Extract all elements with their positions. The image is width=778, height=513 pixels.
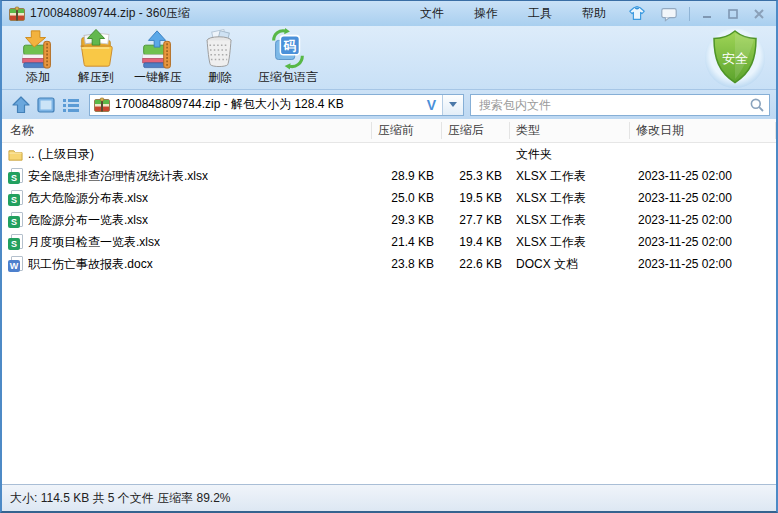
column-header-date[interactable]: 修改日期 [630,122,776,139]
file-date: 2023-11-25 02:00 [630,235,776,249]
toolbar: 添加 解压到 一键解压 [2,26,776,89]
column-header-type[interactable]: 类型 [510,122,630,139]
safety-shield-icon: 安全 [703,26,767,92]
archive-path-text: 1700848809744.zip - 解包大小为 128.4 KB [115,96,421,113]
size-after: 25.3 KB [442,169,510,183]
minimize-icon [700,7,714,21]
file-name: 职工伤亡事故报表.docx [28,256,153,273]
maximize-button[interactable] [720,5,746,23]
column-header-before[interactable]: 压缩前 [372,122,442,139]
xlsx-file-icon: S [8,212,23,228]
table-row[interactable]: S 月度项目检查一览表.xlsx 21.4 KB 19.4 KB XLSX 工作… [2,231,776,253]
xlsx-file-icon: S [8,190,23,206]
file-name: 危险源分布一览表.xlsx [28,212,148,229]
menu-help[interactable]: 帮助 [567,2,621,25]
table-row[interactable]: .. (上级目录) 文件夹 [2,143,776,165]
file-type: 文件夹 [510,146,630,163]
file-list: .. (上级目录) 文件夹 S 安全隐患排查治理情况统计表.xlsx 28.9 … [2,143,776,484]
one-click-extract-button[interactable]: 一键解压 [128,26,188,84]
table-row[interactable]: S 危大危险源分布表.xlsx 25.0 KB 19.5 KB XLSX 工作表… [2,187,776,209]
search-icon[interactable] [749,97,765,113]
search-input[interactable] [477,97,749,113]
file-type: DOCX 文档 [510,256,630,273]
file-name: 安全隐患排查治理情况统计表.xlsx [28,168,208,185]
chevron-down-icon [449,102,457,107]
feedback-button[interactable] [655,4,683,23]
up-level-button[interactable] [10,94,32,116]
safety-button[interactable]: 安全 [702,26,768,89]
menu-operation[interactable]: 操作 [459,2,513,25]
archive-language-button[interactable]: 码 压缩包语言 [252,26,324,84]
one-click-extract-button-label: 一键解压 [134,70,182,84]
size-after: 19.4 KB [442,235,510,249]
titlebar-separator [689,7,690,21]
delete-button[interactable]: 删除 [194,26,246,84]
titlebar: 1700848809744.zip - 360压缩 文件 操作 工具 帮助 [2,1,776,26]
file-type: XLSX 工作表 [510,190,630,207]
archive-language-icon: 码 [268,28,308,70]
size-after: 22.6 KB [442,257,510,271]
tshirt-icon [628,5,646,23]
close-button[interactable] [746,5,772,23]
list-view-icon [61,95,81,115]
table-header: 名称 压缩前 压缩后 类型 修改日期 [2,119,776,143]
svg-text:安全: 安全 [722,51,748,66]
skin-button[interactable] [623,4,651,23]
close-icon [752,7,766,21]
file-date: 2023-11-25 02:00 [630,169,776,183]
column-header-after[interactable]: 压缩后 [442,122,510,139]
file-type: XLSX 工作表 [510,212,630,229]
table-row[interactable]: S 危险源分布一览表.xlsx 29.3 KB 27.7 KB XLSX 工作表… [2,209,776,231]
svg-text:码: 码 [283,39,297,53]
size-before: 21.4 KB [372,235,442,249]
folder-icon [8,146,23,162]
xlsx-file-icon: S [8,234,23,250]
extract-to-button[interactable]: 解压到 [70,26,122,84]
add-button-label: 添加 [26,70,50,84]
one-click-extract-icon [138,28,178,70]
size-after: 27.7 KB [442,213,510,227]
minimize-button[interactable] [694,5,720,23]
window-title: 1700848809744.zip - 360压缩 [30,5,190,22]
size-after: 19.5 KB [442,191,510,205]
zip-file-icon [94,97,110,113]
archive-path-combobox[interactable]: 1700848809744.zip - 解包大小为 128.4 KB V [89,94,464,116]
statusbar: 大小: 114.5 KB 共 5 个文件 压缩率 89.2% [2,484,776,511]
view-mode-icon [36,95,56,115]
size-before: 28.9 KB [372,169,442,183]
size-before: 29.3 KB [372,213,442,227]
v-icon[interactable]: V [421,97,442,113]
extract-to-button-label: 解压到 [78,70,114,84]
table-row[interactable]: W 职工伤亡事故报表.docx 23.8 KB 22.6 KB DOCX 文档 … [2,253,776,275]
add-button[interactable]: 添加 [12,26,64,84]
menu-file[interactable]: 文件 [405,2,459,25]
archive-language-button-label: 压缩包语言 [258,70,318,84]
size-before: 23.8 KB [372,257,442,271]
file-date: 2023-11-25 02:00 [630,257,776,271]
file-date: 2023-11-25 02:00 [630,191,776,205]
status-text: 大小: 114.5 KB 共 5 个文件 压缩率 89.2% [10,490,231,507]
view-mode-button[interactable] [35,94,57,116]
speech-bubble-icon [660,5,678,23]
zip-file-icon [9,6,25,22]
up-arrow-icon [11,95,31,115]
delete-button-label: 删除 [208,70,232,84]
file-name: 月度项目检查一览表.xlsx [28,234,160,251]
file-name: .. (上级目录) [28,146,94,163]
addressbar: 1700848809744.zip - 解包大小为 128.4 KB V [2,89,776,119]
file-type: XLSX 工作表 [510,168,630,185]
column-header-name[interactable]: 名称 [2,122,372,139]
add-archive-icon [18,28,58,70]
menubar: 文件 操作 工具 帮助 [405,2,621,25]
combo-dropdown-button[interactable] [442,95,463,115]
search-box[interactable] [470,94,770,116]
maximize-icon [726,7,740,21]
delete-icon [200,28,240,70]
file-name: 危大危险源分布表.xlsx [28,190,148,207]
list-view-button[interactable] [60,94,82,116]
xlsx-file-icon: S [8,168,23,184]
docx-file-icon: W [8,256,23,272]
table-row[interactable]: S 安全隐患排查治理情况统计表.xlsx 28.9 KB 25.3 KB XLS… [2,165,776,187]
extract-to-icon [76,28,116,70]
menu-tools[interactable]: 工具 [513,2,567,25]
